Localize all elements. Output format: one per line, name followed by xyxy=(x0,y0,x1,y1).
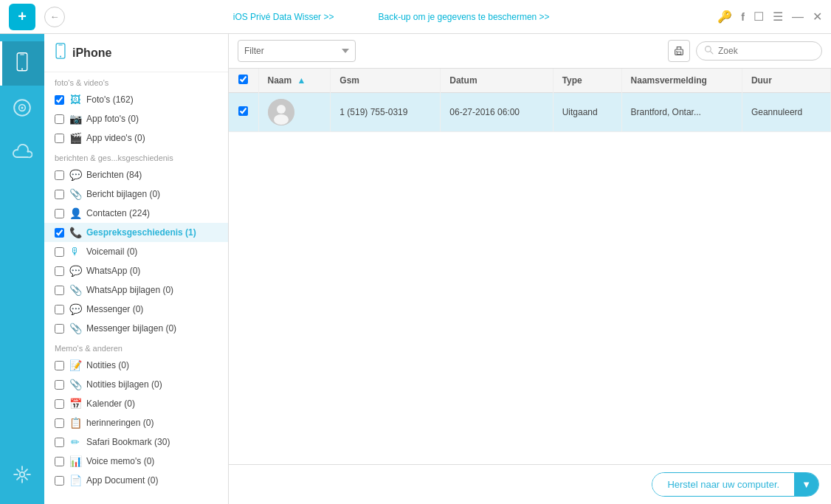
messenger-bijlagen-checkbox[interactable] xyxy=(55,324,64,334)
restore-button[interactable]: Herstel naar uw computer. ▼ xyxy=(652,472,819,497)
avatar xyxy=(268,99,294,125)
notities-icon: 📝 xyxy=(69,359,82,371)
app-fotos-label: App foto's (0) xyxy=(86,114,218,124)
col-naamsvermelding[interactable]: Naamsvermelding xyxy=(621,69,742,93)
restore-arrow-button[interactable]: ▼ xyxy=(794,473,818,496)
sidebar-item-music[interactable] xyxy=(0,86,44,130)
table-row[interactable]: 1 (519) 755-0319 06-27-2016 06:00 Uitgaa… xyxy=(229,93,831,132)
tree-item-app-fotos[interactable]: 📷 App foto's (0) xyxy=(44,109,228,128)
voicemail-checkbox[interactable] xyxy=(55,247,64,257)
fotos-checkbox[interactable] xyxy=(55,95,64,105)
col-type[interactable]: Type xyxy=(553,69,621,93)
contacten-checkbox[interactable] xyxy=(55,209,64,218)
close-button[interactable]: ✕ xyxy=(813,10,822,24)
row-naamsvermelding-cell: Brantford, Ontar... xyxy=(621,93,742,132)
tree-item-app-videos[interactable]: 🎬 App video's (0) xyxy=(44,128,228,148)
tree-item-berichten[interactable]: 💬 Berichten (84) xyxy=(44,165,228,184)
sidebar-item-tools[interactable] xyxy=(0,452,44,497)
notities-checkbox[interactable] xyxy=(55,361,64,370)
kalender-checkbox[interactable] xyxy=(55,399,64,409)
safari-label: Safari Bookmark (30) xyxy=(86,437,218,447)
section-label-memos: Memo's & anderen xyxy=(44,338,228,356)
tree-item-whatsapp[interactable]: 💬 WhatsApp (0) xyxy=(44,261,228,280)
whatsapp-icon: 💬 xyxy=(69,265,82,277)
app-fotos-checkbox[interactable] xyxy=(55,114,64,124)
app-videos-checkbox[interactable] xyxy=(55,134,64,143)
tree-item-whatsapp-bijlagen[interactable]: 📎 WhatsApp bijlagen (0) xyxy=(44,280,228,300)
safari-checkbox[interactable] xyxy=(55,438,64,447)
tree-item-notities[interactable]: 📝 Notities (0) xyxy=(44,356,228,375)
tree-item-fotos[interactable]: 🖼 Foto's (162) xyxy=(44,90,228,109)
privacy-link[interactable]: iOS Privé Data Wisser >> xyxy=(233,12,334,22)
row-checkbox[interactable] xyxy=(238,106,248,116)
center-links: iOS Privé Data Wisser >> Back-up om je g… xyxy=(74,12,708,22)
notities-label: Notities (0) xyxy=(86,360,218,370)
berichten-label: Berichten (84) xyxy=(86,170,218,180)
minimize-button[interactable]: — xyxy=(792,10,804,24)
tree-item-kalender[interactable]: 📅 Kalender (0) xyxy=(44,394,228,413)
tree-item-bericht-bijlagen[interactable]: 📎 Bericht bijlagen (0) xyxy=(44,184,228,204)
tree-item-voicemail[interactable]: 🎙 Voicemail (0) xyxy=(44,242,228,261)
whatsapp-checkbox[interactable] xyxy=(55,266,64,276)
table-header-row: Naam ▲ Gsm Datum Type Naamsvermelding Du… xyxy=(229,69,831,93)
select-all-checkbox[interactable] xyxy=(238,75,248,84)
herinneringen-checkbox[interactable] xyxy=(55,418,64,428)
whatsapp-bijlagen-icon: 📎 xyxy=(69,284,82,296)
messenger-icon: 💬 xyxy=(69,303,82,315)
tree-item-contacten[interactable]: 👤 Contacten (224) xyxy=(44,204,228,223)
facebook-icon[interactable]: f xyxy=(741,11,745,23)
right-panel: Filter Alle Inkomend Uitgaand Gemist xyxy=(229,34,831,504)
sidebar-item-cloud[interactable] xyxy=(0,130,44,174)
data-table: Naam ▲ Gsm Datum Type Naamsvermelding Du… xyxy=(229,69,831,464)
app-document-checkbox[interactable] xyxy=(55,476,64,486)
row-check-cell[interactable] xyxy=(229,93,258,132)
voice-memos-label: Voice memo's (0) xyxy=(86,456,218,466)
sidebar-icons xyxy=(0,34,44,504)
tree-item-herinneringen[interactable]: 📋 herinneringen (0) xyxy=(44,413,228,432)
tree-item-messenger[interactable]: 💬 Messenger (0) xyxy=(44,300,228,319)
whatsapp-bijlagen-checkbox[interactable] xyxy=(55,286,64,295)
svg-point-13 xyxy=(706,46,711,52)
chat-icon[interactable]: ☐ xyxy=(754,10,764,24)
svg-point-6 xyxy=(20,472,25,477)
svg-point-9 xyxy=(60,56,61,58)
messenger-checkbox[interactable] xyxy=(55,305,64,314)
backup-link[interactable]: Back-up om je gegevens te beschermen >> xyxy=(378,12,549,22)
restore-main-button[interactable]: Herstel naar uw computer. xyxy=(652,473,794,496)
col-gsm[interactable]: Gsm xyxy=(331,69,441,93)
svg-point-17 xyxy=(274,114,289,125)
row-naam-cell xyxy=(258,93,331,132)
svg-point-5 xyxy=(21,106,23,108)
tree-item-safari[interactable]: ✏ Safari Bookmark (30) xyxy=(44,432,228,452)
device-name: iPhone xyxy=(72,46,111,60)
herinneringen-icon: 📋 xyxy=(69,417,82,429)
col-datum[interactable]: Datum xyxy=(441,69,553,93)
menu-icon[interactable]: ☰ xyxy=(773,10,783,24)
search-input[interactable] xyxy=(718,46,814,56)
messenger-bijlagen-label: Messenger bijlagen (0) xyxy=(86,323,218,334)
sidebar-item-phone[interactable] xyxy=(0,41,44,86)
col-naam[interactable]: Naam ▲ xyxy=(258,69,331,93)
notities-bijlagen-checkbox[interactable] xyxy=(55,380,64,390)
tree-item-app-document[interactable]: 📄 App Document (0) xyxy=(44,471,228,490)
fotos-label: Foto's (162) xyxy=(86,94,218,105)
tree-item-voice-memos[interactable]: 📊 Voice memo's (0) xyxy=(44,452,228,471)
berichten-icon: 💬 xyxy=(69,169,82,181)
filter-select[interactable]: Filter Alle Inkomend Uitgaand Gemist xyxy=(238,40,356,62)
search-icon xyxy=(704,45,714,57)
col-check[interactable] xyxy=(229,69,258,93)
col-duur[interactable]: Duur xyxy=(742,69,830,93)
tree-item-notities-bijlagen[interactable]: 📎 Notities bijlagen (0) xyxy=(44,375,228,394)
kalender-label: Kalender (0) xyxy=(86,398,218,409)
back-button[interactable]: ← xyxy=(44,7,65,27)
bericht-bijlagen-checkbox[interactable] xyxy=(55,190,64,199)
whatsapp-bijlagen-label: WhatsApp bijlagen (0) xyxy=(86,285,218,295)
voice-memos-checkbox[interactable] xyxy=(55,457,64,466)
print-button[interactable] xyxy=(668,40,690,62)
tree-item-messenger-bijlagen[interactable]: 📎 Messenger bijlagen (0) xyxy=(44,319,228,338)
app-fotos-icon: 📷 xyxy=(69,113,82,125)
gespreksgeschiedenis-checkbox[interactable] xyxy=(55,228,64,238)
berichten-checkbox[interactable] xyxy=(55,170,64,180)
tree-item-gespreksgeschiedenis[interactable]: 📞 Gespreksgeschiedenis (1) xyxy=(44,223,228,242)
key-icon[interactable]: 🔑 xyxy=(717,10,732,24)
